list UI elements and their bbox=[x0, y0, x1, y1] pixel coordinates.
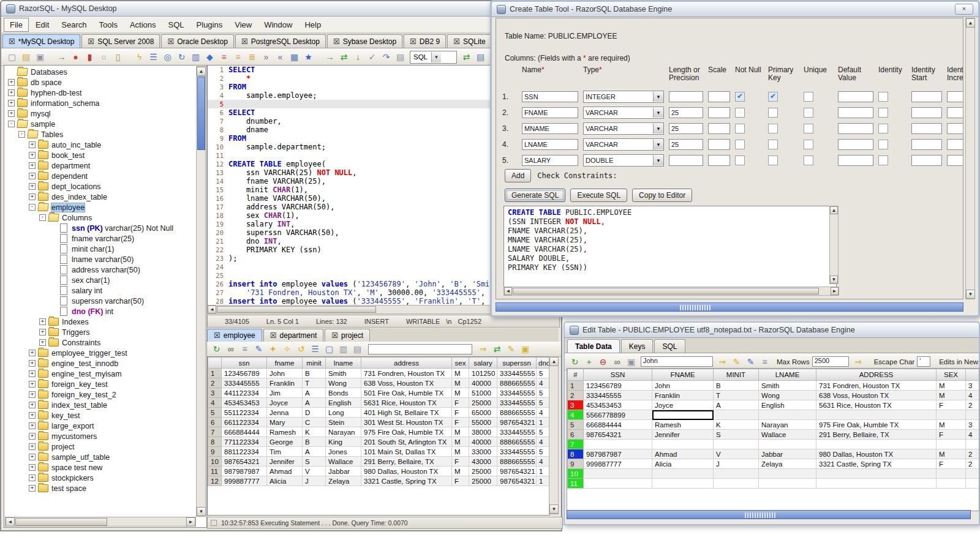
fetch-down-icon[interactable]: ↓ bbox=[352, 51, 364, 64]
connection-tab-sql-server-2008[interactable]: ☒SQL Server 2008 bbox=[81, 34, 160, 48]
cell[interactable]: 3 bbox=[966, 381, 980, 391]
tree-item-stockpickers[interactable]: +stockpickers bbox=[4, 473, 196, 483]
cell[interactable]: 2 bbox=[966, 400, 980, 410]
cell[interactable]: Narayan bbox=[326, 427, 361, 437]
delete-row-icon[interactable]: ⊖ bbox=[597, 355, 609, 368]
tree-item-test-space[interactable]: +test space bbox=[4, 483, 196, 493]
cell[interactable]: 101 Main St, Dallas TX bbox=[361, 447, 452, 457]
cell[interactable] bbox=[714, 440, 759, 449]
cell[interactable]: Smith bbox=[759, 381, 816, 391]
tree-item-columns[interactable]: -Columns bbox=[4, 212, 196, 223]
column-header[interactable]: dno bbox=[537, 358, 551, 369]
tree-item-salary-int[interactable]: salary int bbox=[4, 285, 196, 296]
escape-char-input[interactable]: ' bbox=[917, 356, 930, 367]
cell[interactable]: F bbox=[452, 408, 469, 418]
table-row[interactable]: 2333445555FranklinTWong638 Voss, Houston… bbox=[568, 391, 980, 400]
view-row-icon[interactable]: ∞ bbox=[224, 343, 237, 356]
column-header[interactable]: FNAME bbox=[652, 369, 714, 381]
identity-start-input[interactable] bbox=[911, 139, 942, 150]
tab-close-icon[interactable]: ☒ bbox=[410, 38, 417, 45]
table-row[interactable]: 11987987987AhmadVJabbar980 Dallas, Houst… bbox=[208, 467, 551, 476]
cell[interactable]: A bbox=[714, 400, 759, 410]
cell[interactable]: 333445555 bbox=[497, 398, 537, 408]
cell[interactable] bbox=[714, 469, 759, 479]
cell[interactable]: 5566778899 bbox=[584, 410, 652, 420]
scale-input[interactable] bbox=[708, 107, 730, 118]
tree-item-fname-varchar-25-[interactable]: fname varchar(25) bbox=[4, 233, 196, 244]
add-row-icon[interactable]: + bbox=[582, 355, 595, 368]
tree-item-foreign-key-test[interactable]: +foreign_key_test bbox=[4, 379, 196, 389]
cell[interactable]: 301 West St. Houston TX bbox=[361, 418, 452, 427]
cell[interactable]: John bbox=[267, 369, 303, 378]
scroll-down-icon[interactable]: ▼ bbox=[549, 504, 559, 514]
save-file-icon[interactable]: ▣ bbox=[34, 51, 47, 64]
length-input[interactable]: 25 bbox=[669, 139, 703, 150]
table-row[interactable]: 6661122334MaryCStein301 West St. Houston… bbox=[208, 418, 551, 427]
row-number[interactable]: 2 bbox=[208, 378, 222, 388]
expand-icon[interactable]: + bbox=[29, 162, 36, 169]
table-row[interactable]: 4453453453JoyceAEnglish5631 Rice, Housto… bbox=[208, 398, 551, 408]
cell[interactable]: 25000 bbox=[469, 398, 497, 408]
unique-checkbox[interactable] bbox=[804, 92, 813, 102]
column-type-select[interactable]: DOUBLE▼ bbox=[583, 154, 664, 167]
tree-item-foreign-key-test-2[interactable]: +foreign_key_test_2 bbox=[4, 389, 196, 400]
cell[interactable]: Joyce bbox=[267, 398, 303, 408]
connection-tab--mysql-desktop[interactable]: ☒*MySQL Desktop bbox=[2, 34, 80, 48]
cell[interactable] bbox=[584, 440, 652, 449]
paste-doc-icon[interactable]: ▤ bbox=[394, 51, 407, 64]
tab-close-icon[interactable]: ☒ bbox=[331, 332, 338, 339]
length-input[interactable]: 25 bbox=[669, 107, 703, 118]
cell[interactable]: 999887777 bbox=[584, 459, 652, 469]
tree-item-department[interactable]: +department bbox=[4, 160, 196, 171]
cell[interactable]: F bbox=[937, 430, 966, 440]
tree-item-hyphen-db-test[interactable]: +hyphen-db-test bbox=[4, 88, 196, 98]
find-go-icon[interactable]: ⇒ bbox=[716, 355, 729, 368]
table-row[interactable]: 11 bbox=[568, 479, 980, 489]
edit-blue-icon[interactable]: ✎ bbox=[744, 355, 757, 368]
cell[interactable]: Ahmad bbox=[267, 467, 303, 476]
cell[interactable]: 333445555 bbox=[584, 391, 652, 400]
tab-close-icon[interactable]: ☒ bbox=[241, 38, 248, 45]
cell[interactable]: F bbox=[937, 459, 966, 469]
cell[interactable]: Jennifer bbox=[652, 430, 714, 440]
menu-plugins[interactable]: Plugins bbox=[191, 18, 228, 31]
default-value-input[interactable] bbox=[838, 123, 873, 134]
column-header[interactable]: fname bbox=[267, 358, 303, 369]
default-value-input[interactable] bbox=[838, 139, 873, 150]
tab-close-icon[interactable]: ☒ bbox=[270, 332, 277, 339]
default-value-input[interactable] bbox=[838, 155, 873, 166]
go-filter-icon[interactable]: ⇒ bbox=[477, 343, 489, 356]
cell[interactable]: 4 bbox=[537, 408, 551, 418]
tree-item--varchar-25-not-null[interactable]: ssn (PK) varchar(25) Not Null bbox=[4, 223, 196, 233]
cell[interactable]: 661122334 bbox=[222, 418, 267, 427]
tree-item-key-test[interactable]: +key_test bbox=[4, 410, 196, 421]
dialog-hscrollbar[interactable] bbox=[496, 302, 963, 312]
expand-icon[interactable]: + bbox=[8, 89, 15, 96]
add-constraint-button[interactable]: Add bbox=[505, 169, 531, 182]
cell[interactable]: Franklin bbox=[267, 378, 303, 388]
cell[interactable] bbox=[714, 479, 759, 489]
column-type-select[interactable]: VARCHAR▼ bbox=[583, 107, 664, 119]
filter-icon[interactable]: ≡ bbox=[238, 343, 251, 356]
cell[interactable]: English bbox=[326, 398, 361, 408]
scroll-down-icon[interactable]: ▼ bbox=[966, 290, 975, 299]
describe-table-icon[interactable]: ☰ bbox=[147, 51, 160, 64]
cell[interactable]: M bbox=[452, 437, 469, 447]
column-type-select[interactable]: VARCHAR▼ bbox=[583, 138, 664, 151]
open-file-icon[interactable]: ▤ bbox=[20, 51, 32, 64]
not-null-checkbox[interactable] bbox=[735, 124, 745, 133]
tree-item-dependent[interactable]: +dependent bbox=[4, 171, 196, 181]
edit-hscrollbar[interactable] bbox=[567, 510, 971, 519]
sql-vscrollbar[interactable]: ▲ ▼ bbox=[829, 206, 839, 284]
row-number[interactable]: 5 bbox=[568, 420, 584, 430]
cell[interactable]: Jabbar bbox=[759, 449, 816, 459]
cell[interactable]: 5631 Rice, Houston TX bbox=[361, 398, 452, 408]
cell[interactable] bbox=[759, 440, 816, 449]
menu-help[interactable]: Help bbox=[299, 18, 326, 31]
connection-tab-db2-9[interactable]: ☒DB2 9 bbox=[404, 34, 446, 48]
column-header[interactable]: MINIT bbox=[714, 369, 759, 381]
cell[interactable]: 3 bbox=[966, 420, 980, 430]
cell[interactable]: 453453453 bbox=[584, 400, 652, 410]
menu-tools[interactable]: Tools bbox=[94, 18, 123, 31]
cell[interactable]: 731 Fondren, Houston TX bbox=[361, 369, 452, 378]
